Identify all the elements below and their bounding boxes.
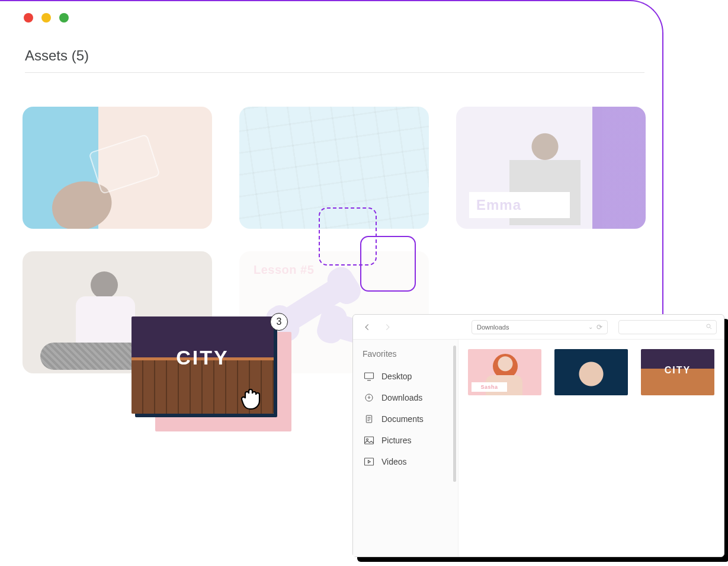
svg-point-0 [707, 324, 710, 328]
search-icon [705, 323, 713, 330]
asset-name-text: Emma [476, 197, 521, 213]
file-thumbnail[interactable]: Sasha [468, 349, 541, 395]
sidebar-item-label: Videos [381, 457, 407, 466]
nav-back-button[interactable] [360, 320, 374, 334]
address-bar[interactable]: Downloads ⌄ ⟳ [472, 320, 608, 334]
file-browser-toolbar: Downloads ⌄ ⟳ [353, 315, 724, 340]
refresh-icon[interactable]: ⟳ [596, 323, 602, 331]
svg-rect-6 [365, 458, 374, 465]
downloads-icon [364, 393, 374, 402]
divider [25, 72, 644, 73]
file-browser-window: Downloads ⌄ ⟳ Favorites Desktop Dow [352, 314, 724, 557]
asset-card[interactable]: Emma [456, 107, 646, 229]
svg-rect-1 [365, 373, 374, 379]
search-input[interactable] [618, 320, 717, 334]
drag-count-badge: 3 [270, 313, 288, 331]
sidebar-item-label: Desktop [381, 372, 412, 381]
grab-cursor-icon [237, 383, 265, 411]
documents-icon [364, 414, 374, 424]
nav-forward-button[interactable] [380, 320, 395, 334]
desktop-icon [364, 372, 374, 381]
thumbnail-label: Sasha [480, 384, 498, 390]
sidebar-item-pictures[interactable]: Pictures [363, 431, 451, 450]
svg-rect-4 [365, 437, 374, 444]
window-controls [24, 13, 69, 23]
sidebar-item-label: Downloads [381, 393, 422, 402]
minimize-window-button[interactable] [41, 13, 51, 23]
chevron-down-icon[interactable]: ⌄ [588, 324, 593, 330]
file-thumbnail[interactable]: CITY [641, 349, 714, 395]
close-window-button[interactable] [24, 13, 33, 23]
file-thumbnail[interactable] [554, 349, 628, 395]
page-title: Assets (5) [25, 47, 89, 64]
svg-point-5 [367, 439, 368, 440]
address-bar-text: Downloads [477, 324, 509, 331]
sidebar-item-documents[interactable]: Documents [363, 410, 451, 429]
sidebar-item-videos[interactable]: Videos [363, 452, 451, 471]
asset-name-overlay: Emma [469, 192, 570, 218]
sidebar-item-label: Pictures [381, 436, 412, 445]
asset-lesson-label: Lesson #5 [254, 263, 314, 277]
maximize-window-button[interactable] [59, 13, 69, 23]
drag-preview-stack[interactable]: CITY 3 [132, 316, 287, 430]
videos-icon [364, 457, 374, 466]
drag-card-label: CITY [176, 346, 229, 369]
selection-marquee-solid[interactable] [360, 236, 416, 292]
thumbnail-label: CITY [665, 365, 691, 376]
pictures-icon [364, 436, 374, 445]
thumbnail-overlay: Sasha [472, 382, 507, 392]
file-browser-sidebar: Favorites Desktop Downloads Documents [353, 340, 458, 557]
file-browser-content: Sasha CITY [458, 340, 724, 557]
sidebar-item-desktop[interactable]: Desktop [363, 367, 451, 386]
asset-card[interactable] [23, 107, 212, 229]
sidebar-item-downloads[interactable]: Downloads [363, 388, 451, 407]
sidebar-item-label: Documents [381, 414, 424, 424]
sidebar-scrollbar[interactable] [453, 346, 456, 482]
sidebar-heading: Favorites [363, 349, 451, 359]
